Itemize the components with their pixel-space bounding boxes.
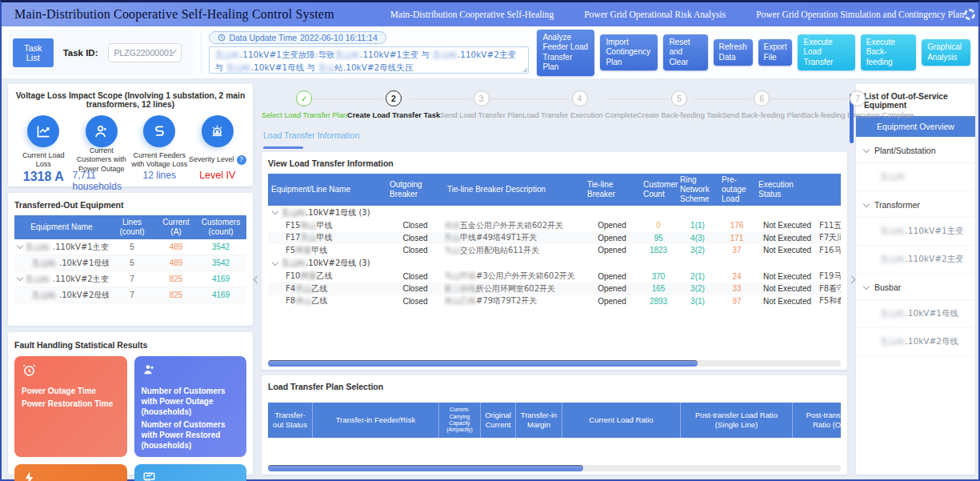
breaker-desc: #3公用户外开关箱602开关 (476, 271, 575, 280)
table-row[interactable]: 五山站.110kV#2主变 7 825 4169 (14, 271, 246, 287)
item-name: .110kV#1主变 (906, 226, 964, 235)
table-row[interactable]: F8虎山乙线 Closed 虎山乙线#79塔79T2开关 Opened 2893… (268, 295, 841, 308)
group-row-busbar1[interactable]: 五山站.10kV#1母线 (3) (268, 206, 841, 219)
customer-count: 2893 (640, 297, 677, 306)
customer-icon (86, 115, 118, 147)
line-name: 乙线 (316, 271, 332, 280)
nav-risk-analysis[interactable]: Power Grid Operational Risk Analysis (584, 10, 726, 19)
collapse-right-icon[interactable] (848, 275, 856, 283)
table-row[interactable]: 五山站.10kV#1母线 5 489 3542 (14, 255, 246, 271)
outgoing-breaker-state: Closed (386, 297, 444, 306)
expand-caret-icon[interactable] (272, 208, 278, 214)
execute-load-transfer-button[interactable]: Execute Load Transfer (798, 34, 854, 71)
col-transfer-out-status: Transfer-out Status (268, 403, 313, 438)
table-row[interactable]: F4天山乙线 Closed 第二供电所公用环网室602开关 Opened 165… (268, 283, 841, 295)
tie-breaker-state: Opened (584, 246, 640, 255)
table-row[interactable]: F5网厦甲线 Closed 马山交公用配电站611开关 Opened 1823 … (268, 244, 841, 257)
expand-caret-icon[interactable] (17, 275, 23, 281)
line-id: F4 (286, 284, 295, 293)
task-id-select[interactable]: PLZG22000001 (108, 43, 182, 62)
out-of-service-card: List of Out-of-Service Equipment Equipme… (856, 84, 975, 475)
redacted-station: 五山站 (26, 274, 50, 285)
graphical-analysis-button[interactable]: Graphical Analysis (922, 39, 970, 66)
scrollbar-thumb[interactable] (268, 465, 583, 471)
execution-status: Not Executed (755, 221, 819, 230)
tree-group-transformer[interactable]: Transformer (856, 191, 975, 218)
import-contingency-plan-button[interactable]: Import Contingency Plan (600, 34, 658, 71)
tree-item-busbar1[interactable]: 五山站.10kV#1母线 (856, 300, 975, 328)
plan-selection-card: Load Transfer Plan Selection Transfer-ou… (262, 375, 847, 475)
tab-load-transfer-information[interactable]: Load Transfer Information (263, 130, 359, 140)
equipment-name: .110kV#1主变 (53, 242, 109, 253)
nav-simulation-contingency[interactable]: Power Grid Operation Simulation and Cont… (756, 10, 964, 19)
help-icon[interactable]: ? (237, 155, 246, 165)
step-number: 2 (386, 90, 402, 106)
task-list-button[interactable]: Task List (13, 38, 54, 67)
group-row-busbar2[interactable]: 五山站.10kV#2母线 (3) (268, 257, 841, 271)
transfer-target: F7天漳 (819, 232, 841, 243)
step-create-task: 2 Create Load Transfer Task (347, 90, 440, 119)
export-file-button[interactable]: Export File (758, 39, 793, 66)
redacted-station: 五山站 (880, 336, 906, 346)
stat-value: 1318 A (23, 170, 64, 184)
table-row[interactable]: 五山站.10kV#2母线 7 825 4169 (14, 287, 246, 303)
fault-description-textarea[interactable]: 五山站.110kV#1主变故障:导致五山站.110kV#1主变 与 五山站.11… (209, 46, 529, 74)
step-number: 4 (572, 90, 588, 106)
step-label: Create Back-feeding Task (637, 111, 722, 119)
pre-outage-load: 33 (718, 284, 755, 293)
expand-caret-icon[interactable] (17, 243, 23, 249)
table-row[interactable]: F15联山甲线 Closed 伟业五金公用户外开关箱602开关 Opened 0… (268, 219, 841, 232)
customers-value: 4169 (197, 291, 245, 299)
redacted-text: 天山 (444, 233, 460, 242)
expand-caret-icon[interactable] (272, 259, 278, 265)
table-row[interactable]: 五山站.110kV#1主变 5 489 3542 (14, 239, 246, 255)
group-count: (3) (358, 208, 370, 217)
equipment-name: .110kV#2主变 (53, 274, 109, 285)
feeder-icon (143, 115, 175, 147)
customer-count: 1823 (640, 246, 677, 255)
tree-group-busbar[interactable]: Busbar (856, 274, 975, 300)
customer-count: 0 (640, 221, 677, 230)
gear-icon[interactable] (964, 9, 975, 20)
line-name: 甲线 (316, 221, 332, 230)
table-header: Transfer-out Status Transfer-in Feeder/R… (268, 403, 841, 438)
execute-back-feeding-button[interactable]: Execute Back-feeding (861, 34, 916, 71)
redacted-station: 五山站 (214, 50, 240, 59)
tree-group-substation[interactable]: Plant/Substation (856, 137, 975, 163)
stat-label: Current Customers with Power Outage (73, 151, 131, 169)
tree-item-transformer2[interactable]: 五山站.110kV#2主变 (856, 246, 975, 274)
outage-time-card: Power Outage Time Power Restoration Time (14, 356, 127, 457)
table-header: Equipment/Line Name Outgoing Breaker Tie… (268, 174, 841, 206)
stat-label: Current Load Loss (14, 151, 73, 169)
stat-feeders-voltage-loss: Current Feeders with Voltage Loss 12 lin… (130, 115, 189, 192)
clock-icon (218, 34, 226, 42)
nav-main-distribution[interactable]: Main-Distribution Cooperative Self-Heali… (390, 10, 554, 19)
step-number: 5 (671, 90, 687, 106)
impact-stats: Current Load Loss 1318 A Current Custome… (14, 115, 246, 192)
tree-item-station[interactable]: 五山站 (856, 163, 975, 191)
scrollbar-thumb[interactable] (268, 360, 698, 367)
table-row[interactable]: F10网厦乙线 Closed 马山甲线#3公用户外开关箱602开关 Opened… (268, 271, 841, 283)
transfer-target: F19马 (819, 271, 841, 282)
refresh-data-button[interactable]: Refresh Data (714, 39, 753, 66)
lines-value: 7 (109, 275, 155, 283)
tree-item-busbar2[interactable]: 五山站.10kV#2母线 (856, 328, 975, 356)
group-count: (3) (358, 259, 370, 267)
pre-outage-load: 37 (718, 246, 755, 255)
table-row[interactable]: F17天山甲线 Closed 天山甲线#49塔49T1开关 Opened 95 … (268, 232, 841, 245)
card-line: Power Restoration Time (22, 399, 120, 409)
lines-value: 5 (109, 259, 155, 267)
current-value: 825 (155, 291, 197, 299)
reset-and-clear-button[interactable]: Reset and Clear (663, 34, 707, 71)
fault-load-card: Fault Load Loss (A) Fault Load Restored … (134, 464, 247, 481)
analyze-feeder-plan-button[interactable]: Analyze Feeder Load Transfer Plan (537, 30, 594, 76)
line-id: F17 (286, 233, 300, 242)
view-load-transfer-title: View Load Transfer Information (268, 158, 841, 168)
col-cutoff (819, 188, 841, 191)
tree-item-transformer1[interactable]: 五山站.110kV#1主变 (856, 218, 975, 246)
redacted-station: 五山站 (26, 242, 50, 253)
collapse-left-icon[interactable] (254, 275, 262, 283)
lines-value: 5 (109, 243, 155, 251)
fault-stats-title: Fault Handling Statistical Results (14, 340, 246, 350)
transfer-target: F8看守 (819, 283, 841, 295)
